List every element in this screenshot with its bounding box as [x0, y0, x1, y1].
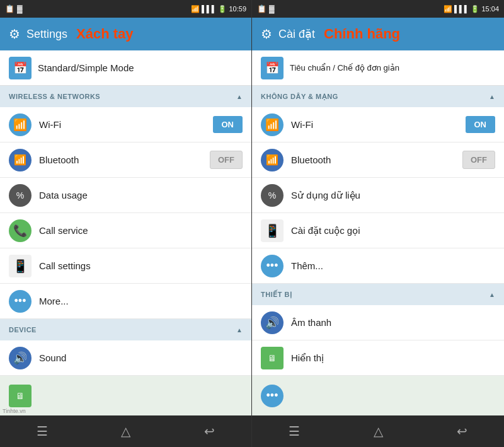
right-nav-bar: ☰ △ ↩: [252, 415, 504, 447]
left-display-row[interactable]: 🖥: [0, 376, 251, 415]
call-settings-symbol: 📱: [13, 258, 28, 274]
left-data-row[interactable]: % Data usage: [0, 178, 251, 213]
right-back-button[interactable]: ↩: [444, 419, 480, 444]
left-data-label: Data usage: [39, 190, 243, 200]
left-wifi-icon: 📶: [9, 113, 32, 136]
right-more-label: Thêm...: [291, 260, 495, 271]
right-settings-gear-icon: ⚙: [261, 26, 272, 42]
left-sound-label: Sound: [39, 352, 243, 363]
calendar-icon: 📅: [13, 61, 27, 75]
right-data-icon: %: [261, 184, 284, 207]
left-more-icon: •••: [9, 290, 32, 313]
left-display-icon: 🖥: [9, 385, 32, 407]
signal-bars: ▌▌▌: [202, 5, 216, 13]
right-standard-mode-icon: 📅: [261, 57, 284, 79]
right-standard-mode-label: Tiêu chuẩn / Chế độ đơn giản: [290, 63, 495, 73]
right-bluetooth-toggle[interactable]: OFF: [462, 151, 495, 169]
left-home-button[interactable]: △: [108, 419, 143, 444]
right-call-service-symbol: 📱: [265, 223, 280, 238]
left-sound-row[interactable]: 🔊 Sound: [0, 340, 251, 376]
left-wireless-arrow: ▲: [236, 93, 243, 100]
right-more-row[interactable]: ••• Thêm...: [252, 248, 504, 284]
data-symbol: %: [16, 190, 24, 200]
right-call-service-label: Cài đặt cuộc gọi: [291, 225, 495, 236]
right-display-row[interactable]: 🖥 Hiển thị: [252, 340, 504, 376]
right-call-service-icon: 📱: [261, 219, 284, 242]
left-more-label: More...: [39, 296, 243, 306]
standard-mode-icon: 📅: [9, 57, 32, 79]
left-device-arrow: ▲: [236, 327, 243, 334]
settings-gear-icon: ⚙: [9, 26, 20, 42]
right-wifi-icon: 📶: [261, 113, 284, 136]
right-more-icon: •••: [261, 255, 284, 277]
left-call-service-row[interactable]: 📞 Call service: [0, 213, 251, 248]
left-back-button[interactable]: ↩: [192, 419, 227, 444]
right-bluetooth-label: Bluetooth: [291, 154, 455, 165]
left-call-settings-row[interactable]: 📱 Call settings: [0, 248, 251, 284]
left-title: Settings: [26, 28, 67, 41]
left-more-row[interactable]: ••• More...: [0, 284, 251, 319]
right-display-symbol: 🖥: [268, 353, 277, 363]
left-panel: 📋 ▓ 📶 ▌▌▌ 🔋 10:59 ⚙ Settings Xách tay 📅 …: [0, 0, 252, 447]
right-call-service-row[interactable]: 📱 Cài đặt cuộc gọi: [252, 213, 504, 248]
right-home-button[interactable]: △: [361, 419, 396, 444]
right-wireless-label: KHÔNG DÂY & MẠNG: [261, 93, 338, 101]
right-sound-icon: 🔊: [261, 311, 284, 334]
right-bluetooth-row[interactable]: 📶 Bluetooth OFF: [252, 142, 504, 178]
signal-icon: ▓: [17, 4, 23, 13]
right-data-symbol: %: [268, 190, 276, 200]
left-wireless-section: WIRELESS & NETWORKS ▲: [0, 86, 251, 107]
right-data-label: Sử dụng dữ liệu: [291, 190, 495, 201]
left-data-icon: %: [9, 184, 32, 207]
right-wireless-section: KHÔNG DÂY & MẠNG ▲: [252, 86, 504, 107]
right-status-left: 📋 ▓: [257, 4, 275, 13]
bluetooth-symbol: 📶: [14, 154, 26, 166]
right-sound-symbol: 🔊: [265, 316, 279, 330]
left-standard-mode-label: Standard/Simple Mode: [38, 62, 243, 73]
right-label: Chính hãng: [324, 26, 400, 42]
left-wifi-toggle[interactable]: ON: [213, 116, 243, 133]
right-time: 15:04: [481, 5, 499, 13]
right-data-row[interactable]: % Sử dụng dữ liệu: [252, 178, 504, 213]
left-status-bar: 📋 ▓ 📶 ▌▌▌ 🔋 10:59: [0, 0, 251, 18]
right-title-bar: ⚙ Cài đặt Chính hãng: [252, 18, 504, 50]
left-status-right: 📶 ▌▌▌ 🔋 10:59: [191, 5, 246, 13]
wifi-status-icon: 📶: [191, 5, 200, 13]
right-bluetooth-icon: 📶: [261, 149, 284, 171]
sim-icon: 📋: [5, 4, 14, 13]
left-device-label: DEVICE: [9, 326, 37, 334]
right-device-label: THIẾT BỊ: [261, 291, 292, 299]
wifi-symbol: 📶: [13, 118, 27, 132]
right-status-bar: 📋 ▓ 📶 ▌▌▌ 🔋 15:04: [252, 0, 504, 18]
right-bluetooth-symbol: 📶: [266, 154, 278, 166]
more-symbol: •••: [14, 294, 26, 308]
right-display-icon: 🖥: [261, 347, 284, 369]
right-menu-button[interactable]: ☰: [276, 419, 312, 444]
right-title: Cài đặt: [278, 27, 315, 41]
right-wireless-arrow: ▲: [489, 93, 495, 100]
left-menu-button[interactable]: ☰: [24, 419, 60, 444]
right-battery-icon: 🔋: [471, 5, 479, 13]
left-title-bar: ⚙ Settings Xách tay: [0, 18, 251, 50]
left-wifi-row[interactable]: 📶 Wi-Fi ON: [0, 107, 251, 142]
phone-symbol: 📞: [13, 224, 27, 238]
right-sound-label: Âm thanh: [291, 317, 495, 328]
right-device-arrow: ▲: [489, 291, 495, 298]
left-wifi-label: Wi-Fi: [39, 119, 205, 130]
right-wifi-toggle[interactable]: ON: [466, 116, 496, 133]
left-bluetooth-row[interactable]: 📶 Bluetooth OFF: [0, 142, 251, 178]
left-status-left: 📋 ▓: [5, 4, 23, 13]
right-signal-icon: ▓: [269, 4, 275, 13]
left-bluetooth-label: Bluetooth: [39, 154, 202, 165]
right-partial-row[interactable]: •••: [252, 376, 504, 415]
left-bluetooth-toggle[interactable]: OFF: [210, 151, 243, 169]
right-standard-mode-row[interactable]: 📅 Tiêu chuẩn / Chế độ đơn giản: [252, 50, 504, 86]
sound-symbol: 🔊: [13, 351, 27, 365]
left-standard-mode-row[interactable]: 📅 Standard/Simple Mode: [0, 50, 251, 86]
right-panel: 📋 ▓ 📶 ▌▌▌ 🔋 15:04 ⚙ Cài đặt Chính hãng 📅…: [252, 0, 504, 447]
right-sound-row[interactable]: 🔊 Âm thanh: [252, 305, 504, 340]
right-wifi-row[interactable]: 📶 Wi-Fi ON: [252, 107, 504, 142]
left-nav-bar: ☰ △ ↩: [0, 415, 251, 447]
right-device-section: THIẾT BỊ ▲: [252, 284, 504, 305]
left-time: 10:59: [229, 5, 246, 13]
